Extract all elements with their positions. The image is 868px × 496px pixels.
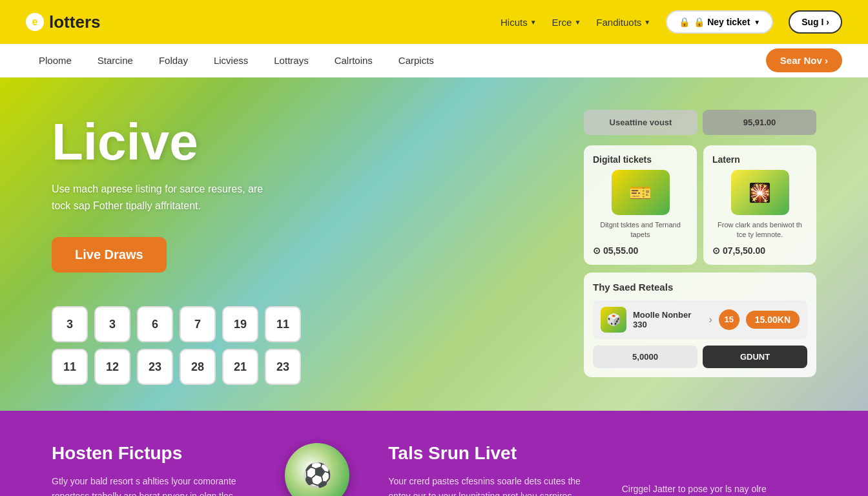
- digital-tickets-desc: Ditgnt tsktes and Ternand tapets: [593, 220, 688, 240]
- latern-title: Latern: [712, 154, 740, 165]
- nav-licviess[interactable]: Licviess: [201, 44, 261, 78]
- count-button[interactable]: 5,0000: [593, 346, 698, 368]
- digital-tickets-title: Digital tickets: [593, 154, 652, 165]
- hero-right-panel: Useattine voust 95,91.00 Digital tickets…: [584, 110, 816, 377]
- secondary-nav: Ploome Starcine Folday Licviess Lottrays…: [0, 44, 868, 78]
- bottom-desc-3: Cirggel Jatter to pose yor ls nay olre: [622, 482, 816, 496]
- hero-title: Licive: [52, 116, 558, 168]
- saved-result-actions: 5,0000 GDUNT: [593, 346, 807, 368]
- bottom-desc-2: Your crerd pastes cfesnins soarle dets c…: [388, 474, 583, 496]
- search-now-label: Sear Nov ›: [780, 55, 828, 66]
- chevron-down-icon: ▼: [530, 19, 537, 26]
- saved-results-title: Thy Saed Reteals: [593, 282, 807, 293]
- result-logo: 🎲: [601, 307, 626, 333]
- ticket-cards-row: Digital tickets 🎫 Ditgnt tsktes and Tern…: [584, 145, 816, 265]
- price-circle-icon: ⊙: [712, 245, 720, 256]
- latern-price: ⊙ 07,5,50.00: [712, 245, 765, 256]
- bottom-col-image: ⚽: [285, 443, 349, 496]
- nav-lottrays[interactable]: Lottrays: [261, 44, 321, 78]
- nav-fandituots[interactable]: Fandituots ▼: [596, 17, 650, 28]
- chevron-down-icon: ▼: [754, 19, 760, 26]
- ball-1-5: 19: [222, 306, 258, 342]
- ticket-label: 🔒 Ney ticket: [694, 17, 750, 27]
- ball-2-5: 21: [222, 349, 258, 385]
- latern-image: 🎇: [731, 170, 789, 215]
- ball-1-6: 11: [265, 306, 301, 342]
- bottom-col-3: Cirggel Jatter to pose yor ls nay olre: [622, 443, 816, 496]
- ticket-card-digital: Digital tickets 🎫 Ditgnt tsktes and Tern…: [584, 145, 697, 265]
- ball-2-6: 23: [265, 349, 301, 385]
- lottery-balls-decoration: ⚽: [285, 443, 349, 496]
- digital-tickets-price: ⊙ 05,55.00: [593, 245, 638, 256]
- ball-2-4: 28: [180, 349, 216, 385]
- bottom-title-1: Hosten Fictups: [52, 443, 246, 464]
- nav-hicuts-label: Hicuts: [501, 17, 528, 28]
- lottery-balls: 3 3 6 7 19 11 11 12 23 28 21 23: [52, 306, 558, 385]
- go-button[interactable]: GDUNT: [703, 346, 807, 368]
- ball-1-1: 3: [52, 306, 88, 342]
- digital-tickets-image: 🎫: [612, 170, 670, 215]
- bottom-title-2: Tals Srun Livet: [388, 443, 583, 464]
- logo-icon: e: [26, 13, 44, 31]
- new-ticket-button[interactable]: 🔒 🔒 Ney ticket ▼: [666, 10, 773, 34]
- bottom-desc-1: Gtly your bald resort s ahlties lyour co…: [52, 474, 246, 496]
- result-name: Moolle Nonber 330: [633, 310, 702, 329]
- live-draws-button[interactable]: Live Draws: [52, 237, 167, 273]
- ticket-card-latern: Latern 🎇 Frow clark ands beniwot th tce …: [703, 145, 816, 265]
- result-badge: 15: [719, 309, 739, 330]
- nav-calrtoins[interactable]: Calrtoins: [322, 44, 386, 78]
- hero-content: Licive Use mach aprese listing for sarce…: [52, 110, 558, 385]
- balls-row-1: 3 3 6 7 19 11: [52, 306, 558, 342]
- ball-2-1: 11: [52, 349, 88, 385]
- hero-description: Use mach aprese listing for sarce resure…: [52, 181, 284, 214]
- nav-folday[interactable]: Folday: [146, 44, 201, 78]
- nav-ploome[interactable]: Ploome: [26, 44, 85, 78]
- ball-2-3: 23: [137, 349, 173, 385]
- saved-result-item: 🎲 Moolle Nonber 330 › 15 15.00KN: [593, 300, 807, 339]
- nav-carpicts[interactable]: Carpicts: [386, 44, 447, 78]
- arrow-right-icon: ›: [708, 314, 712, 326]
- ball-1-4: 7: [180, 306, 216, 342]
- ticket-tab-useattine[interactable]: Useattine voust: [584, 110, 698, 135]
- search-now-button[interactable]: Sear Nov ›: [766, 48, 842, 72]
- result-price: 15.00KN: [746, 311, 800, 329]
- ticket-tab-price[interactable]: 95,91.00: [703, 110, 816, 135]
- signin-label: Sug I ›: [801, 17, 829, 27]
- balls-row-2: 11 12 23 28 21 23: [52, 349, 558, 385]
- nav-erce[interactable]: Erce ▼: [552, 17, 581, 28]
- lock-icon: 🔒: [679, 17, 690, 27]
- nav-fandituots-label: Fandituots: [596, 17, 641, 28]
- hero-section: Licive Use mach aprese listing for sarce…: [0, 78, 868, 411]
- chevron-down-icon: ▼: [644, 19, 650, 26]
- ball-2-2: 12: [94, 349, 130, 385]
- nav-erce-label: Erce: [552, 17, 572, 28]
- bottom-col-2: Tals Srun Livet Your crerd pastes cfesni…: [388, 443, 583, 496]
- latern-desc: Frow clark ands beniwot th tce ty lemnot…: [712, 220, 807, 240]
- logo: e lotters: [26, 12, 100, 32]
- signin-button[interactable]: Sug I ›: [789, 10, 842, 34]
- bottom-section: Hosten Fictups Gtly your bald resort s a…: [0, 411, 868, 496]
- ball-1-3: 6: [137, 306, 173, 342]
- top-nav: e lotters Hicuts ▼ Erce ▼ Fandituots ▼ 🔒…: [0, 0, 868, 44]
- nav-starcine[interactable]: Starcine: [85, 44, 146, 78]
- bottom-col-1: Hosten Fictups Gtly your bald resort s a…: [52, 443, 246, 496]
- chevron-down-icon: ▼: [574, 19, 581, 26]
- ball-1-2: 3: [94, 306, 130, 342]
- price-circle-icon: ⊙: [593, 245, 601, 256]
- saved-results-panel: Thy Saed Reteals 🎲 Moolle Nonber 330 › 1…: [584, 273, 816, 377]
- brand-name: lotters: [49, 12, 100, 32]
- nav-hicuts[interactable]: Hicuts ▼: [501, 17, 537, 28]
- top-nav-links: Hicuts ▼ Erce ▼ Fandituots ▼ 🔒 🔒 Ney tic…: [501, 10, 842, 34]
- logo-letter: e: [32, 16, 38, 28]
